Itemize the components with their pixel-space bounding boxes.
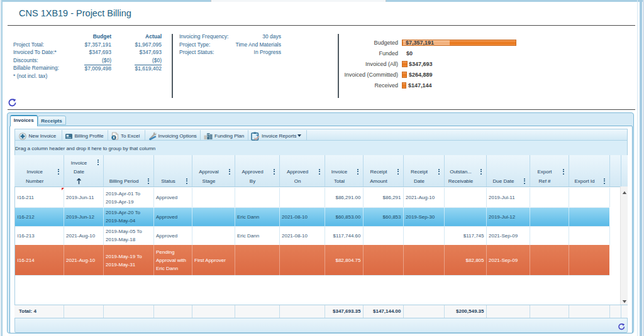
svg-text:x: x xyxy=(113,135,115,139)
